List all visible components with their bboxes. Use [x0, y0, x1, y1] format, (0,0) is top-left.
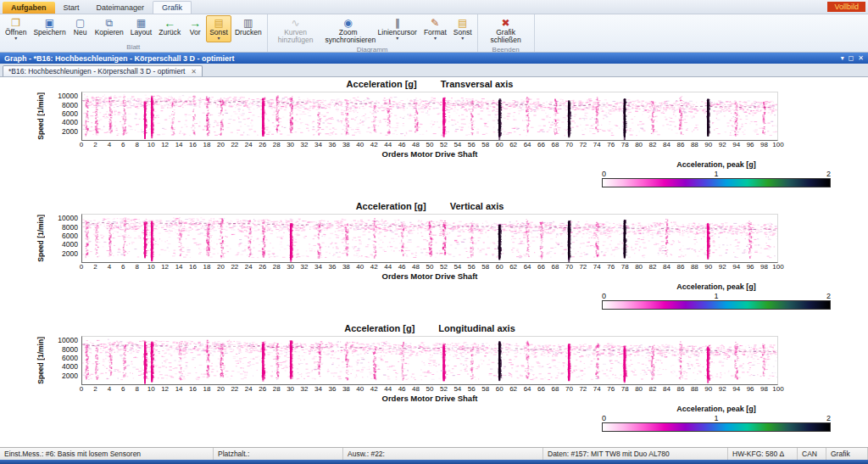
x-tick: 78 [621, 141, 629, 148]
y-axis-ticks: 200040006000800010000 [47, 336, 81, 385]
order-spectrum-chart-vertical-axis: Acceleration [g]Vertical axis Speed [1/m… [0, 201, 868, 323]
ribbon-button-kopieren[interactable]: ⧉Kopieren [92, 15, 127, 38]
fullscreen-badge[interactable]: Vollbild [827, 2, 865, 12]
heatmap-plot[interactable] [81, 336, 778, 385]
x-tick: 62 [509, 385, 517, 393]
ribbon-button-drucken[interactable]: ▥Drucken [231, 15, 265, 38]
x-tick: 100 [772, 385, 783, 393]
graph-window-titlebar: Graph - *B16: Hochbeschleunigen - Körper… [0, 53, 868, 64]
x-tick: 98 [760, 263, 768, 271]
ribbon-button-zoom-synchronisieren[interactable]: ◉Zoom synchronisieren [322, 15, 375, 46]
ribbon-tab-start[interactable]: Start [55, 2, 88, 14]
x-tick: 84 [663, 385, 670, 393]
x-tick: 84 [663, 141, 670, 148]
x-tick: 16 [189, 263, 197, 271]
heatmap-canvas[interactable] [82, 337, 777, 384]
chart-title: Acceleration [g]Transversal axis [81, 79, 778, 92]
chart-title-quantity: Acceleration [g] [356, 201, 426, 211]
colorbar-gradient [602, 300, 831, 310]
x-tick: 78 [621, 385, 629, 393]
dropdown-arrow-icon: ▾ [434, 36, 437, 41]
x-tick: 52 [440, 141, 448, 148]
ribbon-button-kurven-hinzuf-gen: ∿Kurven hinzufügen [270, 15, 322, 46]
window-menu-icon[interactable]: ▾ [841, 54, 844, 63]
y-tick: 8000 [62, 223, 78, 232]
ribbon-button-liniencursor[interactable]: ∥Liniencursor▾ [375, 15, 420, 42]
x-axis-ticks: 0246810121416182022242628303234363840424… [81, 263, 778, 271]
window-buttons: ▾ ◻ ✕ [841, 54, 864, 63]
x-tick: 14 [175, 385, 183, 393]
x-tick: 56 [468, 385, 476, 393]
ribbon-tab-aufgaben[interactable]: Aufgaben [3, 2, 55, 14]
document-tab-strip: *B16: Hochbeschleunigen - Körperschall 3… [0, 64, 868, 77]
colorbar-tick: 0 [602, 292, 606, 300]
tab-close-icon[interactable]: ✕ [191, 68, 197, 75]
plot-row: Speed [1/min] 200040006000800010000 [34, 214, 778, 263]
curve-add-icon: ∿ [292, 17, 300, 29]
ribbon-tab-dateimanager[interactable]: Dateimanager [88, 2, 153, 14]
colorbar-label: Acceleration, peak [g] [602, 160, 831, 170]
x-tick: 96 [747, 385, 754, 393]
x-tick: 50 [426, 263, 434, 271]
ribbon-button-vor[interactable]: →Vor [184, 15, 206, 38]
x-tick: 6 [121, 263, 125, 271]
ribbon-button-format[interactable]: ✎Format▾ [420, 15, 450, 42]
y-tick: 6000 [62, 232, 78, 240]
x-tick: 76 [607, 141, 615, 148]
y-tick: 10000 [58, 92, 78, 100]
x-tick: 56 [468, 141, 476, 148]
x-axis-label: Orders Motor Drive Shaft [81, 271, 778, 282]
x-tick: 54 [453, 141, 461, 148]
x-tick: 82 [649, 263, 657, 271]
ribbon-button-sonst[interactable]: ▤Sonst▾ [450, 15, 476, 42]
ribbon-button-sonst[interactable]: ▤Sonst▾ [206, 15, 231, 42]
heatmap-canvas[interactable] [82, 215, 777, 262]
x-tick: 28 [273, 141, 281, 148]
x-tick: 18 [203, 385, 211, 393]
colorbar: Acceleration, peak [g] 012 [602, 160, 831, 187]
maximize-icon[interactable]: ◻ [849, 54, 854, 63]
colorbar-ticks: 012 [602, 414, 831, 422]
x-tick: 68 [552, 263, 559, 271]
x-tick: 20 [217, 385, 225, 393]
close-icon[interactable]: ✕ [858, 54, 864, 63]
heatmap-plot[interactable] [81, 214, 778, 263]
y-tick: 2000 [62, 249, 78, 258]
ribbon-button-neu[interactable]: ▢Neu [70, 15, 92, 38]
x-tick: 64 [524, 263, 531, 271]
ribbon-button-grafik-schlie-en[interactable]: ✖Grafik schließen [480, 15, 532, 46]
chart-title-quantity: Acceleration [g] [347, 79, 417, 89]
colorbar-ticks: 012 [602, 170, 831, 178]
x-tick: 32 [301, 141, 309, 148]
ribbon-tab-grafik[interactable]: Grafik [153, 1, 192, 14]
x-tick: 54 [453, 385, 461, 393]
x-tick: 62 [509, 263, 517, 271]
x-tick: 4 [108, 263, 111, 271]
ribbon-button-zur-ck[interactable]: ←Zurück [155, 15, 184, 38]
ribbon-tabs: AufgabenStartDateimanagerGrafik [0, 1, 192, 14]
document-tab[interactable]: *B16: Hochbeschleunigen - Körperschall 3… [3, 65, 203, 76]
x-tick: 12 [161, 141, 169, 148]
order-spectrum-chart-transversal-axis: Acceleration [g]Transversal axis Speed [… [0, 79, 868, 201]
ribbon-button-ffnen[interactable]: ❐Öffnen▾ [2, 15, 30, 42]
x-tick: 76 [607, 385, 615, 393]
status-segment-2: Ausw.: #22: [343, 448, 543, 460]
x-tick: 14 [175, 263, 183, 271]
y-tick: 6000 [62, 354, 78, 362]
print-icon: ▥ [243, 17, 253, 29]
x-tick: 70 [565, 385, 573, 393]
ribbon-button-layout[interactable]: ▦Layout [127, 15, 156, 38]
x-tick: 96 [747, 141, 754, 148]
y-tick: 10000 [58, 336, 78, 344]
x-tick: 26 [259, 141, 266, 148]
ribbon-button-speichern[interactable]: ▣Speichern [30, 15, 69, 38]
x-tick: 92 [719, 263, 726, 271]
x-tick: 68 [552, 141, 559, 148]
colorbar-tick: 1 [714, 414, 718, 422]
x-tick: 72 [579, 385, 587, 393]
heatmap-plot[interactable] [81, 92, 778, 141]
format-icon: ✎ [431, 17, 439, 29]
ribbon-button-label: Kurven hinzufügen [273, 29, 319, 44]
x-tick: 56 [468, 263, 476, 271]
heatmap-canvas[interactable] [82, 92, 777, 140]
